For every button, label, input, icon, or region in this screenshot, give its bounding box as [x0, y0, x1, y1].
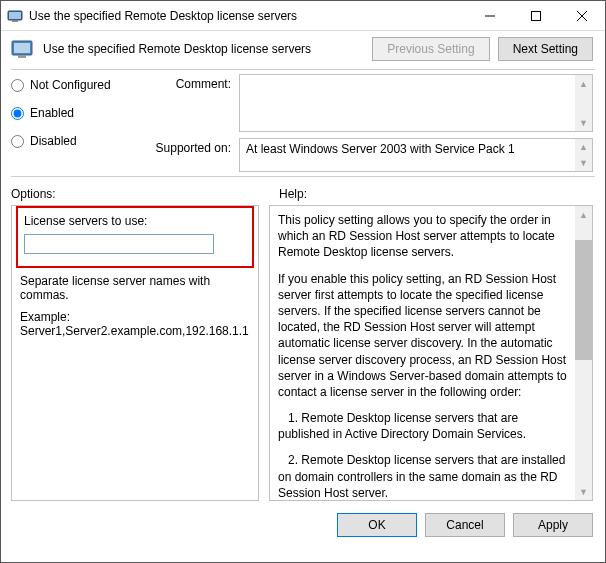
- supported-on-text: At least Windows Server 2003 with Servic…: [246, 142, 515, 156]
- radio-not-configured-input[interactable]: [11, 79, 24, 92]
- window-title: Use the specified Remote Desktop license…: [29, 9, 467, 23]
- config-section: Not Configured Enabled Disabled Comment:…: [1, 72, 605, 174]
- svg-rect-2: [12, 20, 18, 22]
- scroll-up-icon[interactable]: ▲: [575, 139, 592, 155]
- state-radio-group: Not Configured Enabled Disabled: [11, 74, 131, 172]
- panels-row: License servers to use: Separate license…: [1, 205, 605, 507]
- minimize-button[interactable]: [467, 1, 513, 31]
- close-button[interactable]: [559, 1, 605, 31]
- help-list-item: 1. Remote Desktop license servers that a…: [278, 410, 567, 442]
- middle-labels: Options: Help:: [1, 179, 605, 205]
- next-setting-button[interactable]: Next Setting: [498, 37, 593, 61]
- help-list-item: 2. Remote Desktop license servers that a…: [278, 452, 567, 500]
- help-panel: This policy setting allows you to specif…: [269, 205, 593, 501]
- header-row: Use the specified Remote Desktop license…: [1, 31, 605, 67]
- license-servers-input[interactable]: [24, 234, 214, 254]
- policy-icon: [11, 37, 35, 61]
- scroll-down-icon[interactable]: ▼: [575, 483, 592, 500]
- dialog-footer: OK Cancel Apply: [1, 507, 605, 547]
- radio-enabled-input[interactable]: [11, 107, 24, 120]
- radio-label: Not Configured: [30, 78, 111, 92]
- svg-rect-9: [18, 55, 26, 58]
- example-text: Example: Server1,Server2.example.com,192…: [20, 310, 250, 338]
- policy-title: Use the specified Remote Desktop license…: [43, 42, 364, 56]
- radio-enabled[interactable]: Enabled: [11, 106, 131, 120]
- license-servers-label: License servers to use:: [24, 214, 246, 228]
- title-bar: Use the specified Remote Desktop license…: [1, 1, 605, 31]
- fields-column: Comment: ▲ ▼ Supported on: At least Wind…: [141, 74, 593, 172]
- svg-rect-4: [532, 11, 541, 20]
- help-heading: Help:: [279, 187, 593, 201]
- options-heading: Options:: [11, 187, 263, 201]
- radio-disabled-input[interactable]: [11, 135, 24, 148]
- svg-rect-8: [14, 43, 30, 53]
- help-paragraph: This policy setting allows you to specif…: [278, 212, 567, 261]
- comment-row: Comment: ▲ ▼: [141, 74, 593, 132]
- app-icon: [7, 8, 23, 24]
- cancel-button[interactable]: Cancel: [425, 513, 505, 537]
- separate-hint: Separate license server names with comma…: [20, 274, 250, 302]
- comment-textarea[interactable]: ▲ ▼: [239, 74, 593, 132]
- comment-label: Comment:: [141, 74, 231, 91]
- radio-disabled[interactable]: Disabled: [11, 134, 131, 148]
- radio-not-configured[interactable]: Not Configured: [11, 78, 131, 92]
- divider: [11, 69, 595, 70]
- scrollbar[interactable]: ▲ ▼: [575, 139, 592, 171]
- radio-label: Enabled: [30, 106, 74, 120]
- ok-button[interactable]: OK: [337, 513, 417, 537]
- supported-on-box: At least Windows Server 2003 with Servic…: [239, 138, 593, 172]
- highlight-box: License servers to use:: [16, 206, 254, 268]
- scroll-up-icon[interactable]: ▲: [575, 75, 592, 92]
- supported-row: Supported on: At least Windows Server 20…: [141, 138, 593, 172]
- scroll-up-icon[interactable]: ▲: [575, 206, 592, 223]
- apply-button[interactable]: Apply: [513, 513, 593, 537]
- scroll-thumb[interactable]: [575, 240, 592, 360]
- options-panel: License servers to use: Separate license…: [11, 205, 259, 501]
- radio-label: Disabled: [30, 134, 77, 148]
- previous-setting-button[interactable]: Previous Setting: [372, 37, 489, 61]
- svg-rect-1: [9, 12, 21, 19]
- scrollbar[interactable]: ▲ ▼: [575, 75, 592, 131]
- divider: [11, 176, 595, 177]
- scroll-down-icon[interactable]: ▼: [575, 114, 592, 131]
- scroll-down-icon[interactable]: ▼: [575, 155, 592, 171]
- help-content: This policy setting allows you to specif…: [270, 206, 575, 500]
- supported-label: Supported on:: [141, 138, 231, 155]
- maximize-button[interactable]: [513, 1, 559, 31]
- scrollbar[interactable]: ▲ ▼: [575, 206, 592, 500]
- help-paragraph: If you enable this policy setting, an RD…: [278, 271, 567, 401]
